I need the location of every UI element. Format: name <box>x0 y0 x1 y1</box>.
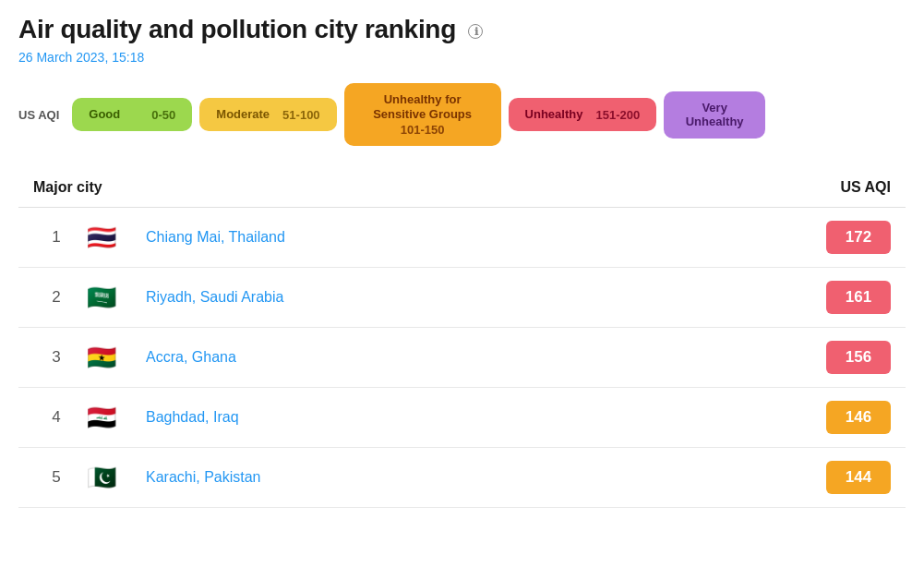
table-row: 2 🇸🇦 Riyadh, Saudi Arabia 161 <box>18 268 906 328</box>
table-row: 1 🇹🇭 Chiang Mai, Thailand 172 <box>18 208 906 268</box>
table-row: 5 🇵🇰 Karachi, Pakistan 144 <box>18 448 906 508</box>
page-title: Air quality and pollution city ranking ℹ <box>18 15 906 44</box>
rank-number: 3 <box>33 348 79 367</box>
aqi-legend-label: US AQI <box>18 108 59 122</box>
country-flag: 🇹🇭 <box>79 223 124 252</box>
aqi-badge-sensitive: Unhealthy forSensitive Groups 101-150 <box>344 83 501 146</box>
city-table: 1 🇹🇭 Chiang Mai, Thailand 172 2 🇸🇦 Riyad… <box>18 208 906 508</box>
city-name[interactable]: Chiang Mai, Thailand <box>146 229 826 246</box>
aqi-badge-unhealthy: Unhealthy 151-200 <box>509 98 657 131</box>
aqi-value: 146 <box>826 401 891 434</box>
rank-number: 4 <box>33 408 79 427</box>
aqi-badge-good: Good 0-50 <box>72 98 192 131</box>
city-name[interactable]: Karachi, Pakistan <box>146 469 826 486</box>
country-flag: 🇬🇭 <box>79 343 124 372</box>
country-flag: 🇮🇶 <box>79 403 124 432</box>
aqi-badge-very-unhealthy: VeryUnhealthy <box>664 91 765 139</box>
city-name[interactable]: Riyadh, Saudi Arabia <box>146 289 826 306</box>
aqi-value: 161 <box>826 281 891 314</box>
country-flag: 🇵🇰 <box>79 463 124 492</box>
city-name[interactable]: Accra, Ghana <box>146 349 826 366</box>
rank-number: 5 <box>33 468 79 487</box>
aqi-legend: US AQI Good 0-50 Moderate 51-100 Unhealt… <box>18 83 906 146</box>
table-row: 4 🇮🇶 Baghdad, Iraq 146 <box>18 388 906 448</box>
col-aqi-header: US AQI <box>840 179 891 196</box>
country-flag: 🇸🇦 <box>79 283 124 312</box>
aqi-badge-moderate: Moderate 51-100 <box>199 98 336 131</box>
aqi-value: 144 <box>826 461 891 494</box>
col-city-header: Major city <box>33 179 102 196</box>
rank-number: 2 <box>33 288 79 307</box>
rank-number: 1 <box>33 228 79 247</box>
aqi-value: 156 <box>826 341 891 374</box>
aqi-value: 172 <box>826 221 891 254</box>
table-header: Major city US AQI <box>18 172 906 203</box>
city-name[interactable]: Baghdad, Iraq <box>146 409 826 426</box>
table-row: 3 🇬🇭 Accra, Ghana 156 <box>18 328 906 388</box>
timestamp: 26 March 2023, 15:18 <box>18 50 906 65</box>
info-icon[interactable]: ℹ <box>468 24 483 39</box>
